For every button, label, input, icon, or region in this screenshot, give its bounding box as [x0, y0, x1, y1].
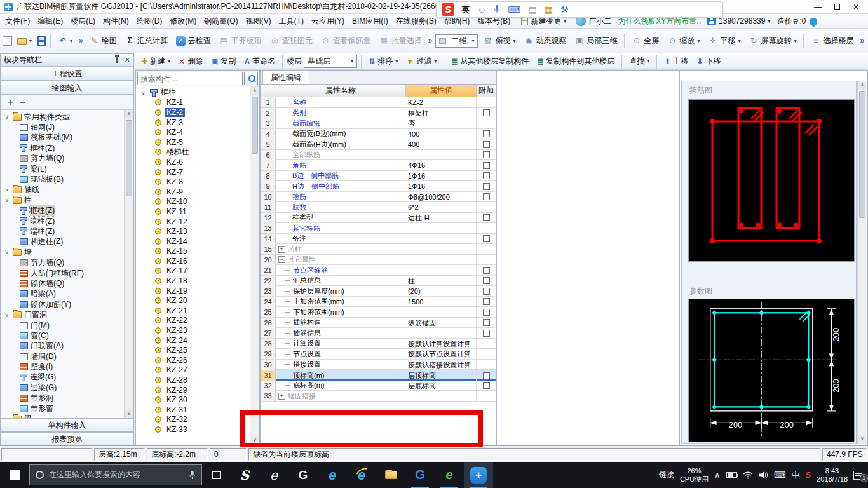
action-center-icon[interactable]: 1	[853, 471, 864, 480]
property-value[interactable]: 1Φ16	[405, 171, 477, 181]
property-value[interactable]: 按默认搭接设置计算	[405, 360, 477, 370]
tree-expander-icon[interactable]: >	[3, 187, 10, 193]
property-value[interactable]: 按默认节点设置计算	[405, 349, 477, 359]
nav-tree-item[interactable]: 过梁(G)	[1, 383, 124, 393]
move-up-button[interactable]: ⬆上移	[661, 54, 691, 69]
task-view-button[interactable]	[202, 462, 230, 488]
sogou-logo-icon[interactable]: S	[442, 3, 454, 16]
component-list-item[interactable]: KZ-1	[136, 98, 250, 108]
toolbar-overflow-chevron[interactable]: »	[78, 36, 85, 45]
toolbar-overflow-chevron[interactable]: »	[858, 36, 865, 45]
search-icon[interactable]	[244, 72, 258, 85]
ime-mic-icon[interactable]	[494, 4, 500, 15]
property-value[interactable]	[405, 244, 477, 254]
component-list-item[interactable]: KZ-13	[136, 226, 250, 236]
scroll-up-icon[interactable]: ∧	[858, 81, 867, 90]
pan-button[interactable]: ✛平移▾	[705, 34, 743, 48]
extra-checkbox[interactable]	[483, 183, 490, 190]
param-diagram-canvas[interactable]: 200 200 200 200	[688, 299, 855, 442]
ime-keyboard-icon[interactable]: ⌨	[508, 5, 520, 14]
extra-checkbox[interactable]	[483, 298, 490, 305]
nav-tree-item[interactable]: 剪力墙(Q)	[1, 154, 124, 164]
extra-checkbox[interactable]	[483, 130, 490, 137]
extra-checkbox[interactable]	[483, 151, 490, 158]
scroll-down-icon[interactable]: ∨	[250, 436, 259, 445]
ime-skin-icon[interactable]: ▦	[545, 5, 553, 14]
expand-box-icon[interactable]: +	[278, 246, 285, 253]
component-list-item[interactable]: KZ-23	[136, 325, 250, 336]
property-value[interactable]	[405, 223, 477, 233]
property-value[interactable]: 边柱-H	[405, 213, 477, 223]
menu-item[interactable]: 在线服务(S)	[392, 14, 440, 28]
extra-checkbox[interactable]	[483, 372, 490, 379]
minimize-button[interactable]: —	[808, 1, 827, 13]
taskbar-search-box[interactable]: 在这里输入你要搜索的内容	[29, 464, 202, 485]
property-row[interactable]: 23保护层厚度(mm)(20)	[261, 286, 496, 297]
scroll-down-icon[interactable]: ∨	[125, 409, 133, 418]
menu-item[interactable]: 文件(F)	[1, 14, 34, 28]
menu-item[interactable]: 修改(M)	[166, 14, 200, 28]
nav-tree-item[interactable]: 人防门框墙(RF)	[1, 268, 124, 278]
nav-tree-item[interactable]: 构造柱(Z)	[1, 237, 124, 247]
property-row[interactable]: 30搭接设置按默认搭接设置计算	[261, 360, 496, 370]
mic-icon[interactable]	[189, 470, 196, 480]
new-component-button[interactable]: ✚新建▾	[138, 54, 173, 69]
diagram-scrollbar[interactable]: ∧ ∨	[857, 81, 867, 444]
nav-tree-item[interactable]: ∨梁	[1, 414, 124, 418]
component-list-item[interactable]: KZ-19	[136, 286, 250, 296]
ime-translate-icon[interactable]: ▤	[529, 5, 537, 14]
component-list-item[interactable]: KZ-4	[136, 127, 250, 137]
property-value[interactable]	[405, 265, 477, 275]
property-value[interactable]	[405, 255, 477, 265]
battery-icon[interactable]	[726, 472, 737, 478]
tree-expander-icon[interactable]: ∨	[3, 197, 10, 203]
property-value[interactable]: 400	[405, 129, 477, 139]
start-button[interactable]	[0, 462, 29, 488]
nav-tree-item[interactable]: 筏板基础(M)	[1, 133, 124, 143]
property-value[interactable]: 按默认计算设置计算	[405, 339, 477, 349]
property-value[interactable]: 层底标高	[405, 381, 477, 391]
component-list-item[interactable]: KZ-17	[136, 266, 250, 276]
property-row[interactable]: 13其它箍筋	[261, 223, 496, 234]
property-value[interactable]: 柱	[405, 276, 477, 286]
find-button[interactable]: 查找▾	[626, 54, 653, 69]
property-row[interactable]: 9H边一侧中部筋1Φ16	[261, 181, 496, 192]
taskbar-app-file-explorer[interactable]	[376, 462, 405, 488]
property-value[interactable]: 1Φ16	[405, 181, 477, 191]
tray-cpu-widget[interactable]: 26%CPU使用	[680, 467, 709, 484]
sogou-tray-icon[interactable]: S	[805, 470, 811, 480]
move-down-button[interactable]: ⬇下移	[693, 54, 724, 69]
screen-rotate-button[interactable]: ↻屏幕旋转▾	[745, 34, 799, 48]
property-value[interactable]	[405, 328, 477, 338]
extra-checkbox[interactable]	[483, 267, 490, 274]
nav-tree-item[interactable]: >轴线	[1, 185, 124, 195]
nav-tree-item[interactable]: 砌体墙(Q)	[1, 278, 124, 288]
property-row[interactable]: 12柱类型边柱-H	[261, 213, 496, 224]
nav-tree-item[interactable]: 窗(C)	[1, 330, 124, 341]
component-list-item[interactable]: KZ-28	[136, 375, 250, 385]
component-list-item[interactable]: KZ-11	[136, 207, 250, 217]
property-row[interactable]: 25下加密范围(mm)	[261, 307, 496, 318]
taskbar-app-ggj-app[interactable]: +	[464, 462, 493, 488]
property-row[interactable]: 28计算设置按默认计算设置计算	[261, 339, 496, 349]
property-row[interactable]: 31顶标高(m)层顶标高	[261, 370, 496, 381]
property-value[interactable]: KZ-2	[405, 97, 477, 107]
full-screen-button[interactable]: ⊕全屏	[628, 34, 662, 48]
expand-box-icon[interactable]: +	[278, 393, 285, 400]
component-list-item[interactable]: KZ-29	[136, 385, 250, 395]
nav-tree-item[interactable]: 现浇板(B)	[1, 174, 124, 184]
component-list-item[interactable]: KZ-27	[136, 365, 250, 376]
select-floor-button[interactable]: ≡选择楼层	[808, 34, 857, 48]
tree-expander-icon[interactable]: ∨	[3, 114, 10, 120]
component-list-item[interactable]: KZ-7	[136, 167, 250, 177]
report-preview-button[interactable]: 报表预览	[1, 432, 133, 446]
extra-checkbox[interactable]	[483, 288, 490, 295]
tree-expander-icon[interactable]: ∨	[3, 249, 10, 255]
tree-expander-icon[interactable]: ∨	[140, 90, 147, 96]
property-value[interactable]: 框架柱	[405, 108, 477, 118]
scroll-thumb[interactable]	[859, 91, 865, 218]
taskbar-app-browser-360[interactable]: e	[435, 462, 464, 488]
extra-checkbox[interactable]	[483, 319, 490, 326]
tray-expand-icon[interactable]: ∧	[714, 470, 721, 480]
tab-property-edit[interactable]: 属性编辑	[262, 71, 309, 84]
